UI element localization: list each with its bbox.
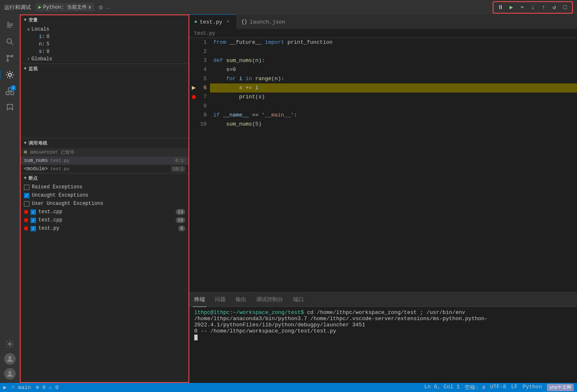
activity-icon-explorer[interactable] — [2, 18, 17, 33]
line-num-3: 3 — [193, 56, 207, 65]
terminal-content[interactable]: lthpc@lthpc:~/workspace_zong/test$ cd /h… — [189, 307, 577, 383]
status-bar: ▶ ⑂ main ⊗ 0 ⚠ 0 Ln 6, Col 1 空格: 4 UTF-8… — [0, 383, 577, 392]
activity-icon-search[interactable] — [2, 34, 17, 49]
svg-rect-0 — [7, 22, 10, 23]
callstack-frame-1-file: test.py — [50, 166, 69, 171]
line-num-7: 7 — [193, 93, 207, 102]
code-line-2 — [210, 47, 577, 56]
line-num-2: 2 — [193, 47, 207, 56]
chevron-down-icon: ∨ — [88, 4, 91, 10]
bp-label-user-uncaught: User Uncaught Exceptions — [32, 201, 185, 207]
bp-checkbox-testcpp2[interactable]: ✓ — [31, 218, 36, 223]
variables-chevron: ▼ — [24, 18, 27, 22]
variables-section-header[interactable]: ▼ 变量 — [21, 15, 188, 25]
code-line-3: def sum_nums(n): — [210, 56, 577, 65]
step-out-button[interactable]: ↑ — [539, 3, 548, 12]
locals-header[interactable]: ∨ Locals — [24, 26, 188, 33]
callstack-section: ▼ 调用堆栈 ⊠ BREAKPOINT 已暂停 sum_nums test.py… — [21, 138, 188, 173]
line-num-8: 8 — [193, 102, 207, 111]
svg-point-7 — [12, 55, 13, 57]
panel-tab-problems[interactable]: 问题 — [213, 292, 227, 307]
user-avatar[interactable] — [4, 353, 16, 365]
bp-item-user-uncaught: User Uncaught Exceptions — [21, 200, 188, 208]
callstack-title: 调用堆栈 — [29, 140, 48, 146]
svg-rect-1 — [7, 24, 13, 24]
globals-header[interactable]: › Globals — [24, 55, 188, 63]
callstack-section-header[interactable]: ▼ 调用堆栈 — [21, 138, 188, 148]
title-bar: 运行和调试 ▶ Python: 当前文件 ∨ ⚙ … ⏸ ▶ ↷ ↓ ↑ ↺ □ — [0, 0, 577, 14]
panel-tab-ports[interactable]: 端口 — [291, 292, 305, 307]
bp-checkbox-testcpp1[interactable]: ✓ — [31, 209, 36, 215]
svg-point-9 — [8, 73, 11, 76]
watch-section-header[interactable]: ▼ 监视 — [21, 64, 188, 74]
bp-checkbox-raised[interactable] — [24, 185, 29, 190]
panel-tabs: 终端 问题 输出 调试控制台 端口 — [189, 292, 577, 307]
callstack-frame-1-left: <module> test.py — [24, 166, 69, 172]
callstack-frame-0-file: test.py — [50, 158, 69, 163]
panel-tab-output[interactable]: 输出 — [234, 292, 248, 307]
status-branch: ⑂ main — [12, 385, 31, 391]
breakpoints-section-header[interactable]: ▼ 断点 — [21, 173, 188, 183]
callstack-frame-0-location: 6:1 — [174, 158, 185, 164]
bp-dot-testcpp1 — [24, 210, 28, 214]
panel: 终端 问题 输出 调试控制台 端口 lthpc@lthpc:~/workspac… — [189, 292, 577, 383]
watch-title: 监视 — [29, 66, 38, 72]
var-item-i: i: 0 — [24, 33, 188, 40]
activity-icon-source-control[interactable] — [2, 51, 17, 66]
step-over-button[interactable]: ↷ — [517, 3, 527, 12]
panel-tab-debug-console[interactable]: 调试控制台 — [255, 292, 285, 307]
var-name-s: s: — [39, 49, 45, 55]
code-content: 1 2 3 4 5 ▶ 6 7 8 9 10 — [189, 38, 577, 292]
bp-item-uncaught: ✓ Uncaught Exceptions — [21, 191, 188, 200]
step-into-button[interactable]: ↓ — [528, 3, 537, 12]
php-badge: php中文网 — [547, 384, 574, 391]
breakpoints-title: 断点 — [29, 175, 38, 181]
terminal-cmd-2: 0 -- /home/lthpc/workspace_zong/test/tes… — [194, 328, 336, 334]
tab-testpy[interactable]: ● test.py × — [189, 14, 236, 29]
settings-icon[interactable]: ⚙ — [99, 3, 103, 12]
activity-icon-debug[interactable] — [2, 67, 17, 82]
tab-bar: ● test.py × {} launch.json — [189, 14, 577, 29]
code-line-1: from __future__ import print_function — [210, 38, 577, 47]
more-icon[interactable]: … — [107, 4, 110, 10]
locals-group: ∨ Locals i: 0 n: 5 s: 0 — [21, 26, 188, 55]
tab-close-testpy[interactable]: × — [225, 19, 231, 25]
variables-section: ▼ 变量 ∨ Locals i: 0 n: 5 — [21, 15, 188, 64]
restart-button[interactable]: ↺ — [550, 3, 559, 12]
continue-button[interactable]: ▶ — [507, 3, 516, 12]
bp-checkbox-user-uncaught[interactable] — [24, 201, 29, 207]
svg-rect-3 — [7, 27, 12, 28]
activity-bar-bottom — [2, 337, 17, 380]
panel-tab-terminal[interactable]: 终端 — [193, 292, 207, 307]
play-icon: ▶ — [38, 4, 41, 10]
variables-title: 变量 — [29, 17, 38, 23]
activity-icon-settings[interactable] — [2, 337, 17, 352]
callstack-status-row: ⊠ BREAKPOINT 已暂停 — [21, 148, 188, 157]
bp-label-raised: Raised Exceptions — [32, 184, 185, 190]
line-num-10: 10 — [193, 120, 207, 129]
globals-group: › Globals — [21, 55, 188, 63]
code-line-5: for i in range(n): — [210, 74, 577, 83]
activity-icon-test[interactable] — [2, 100, 17, 115]
tab-launchjson[interactable]: {} launch.json — [236, 14, 290, 29]
line-num-1: 1 — [193, 38, 207, 47]
debug-config[interactable]: ▶ Python: 当前文件 ∨ — [35, 3, 95, 12]
svg-point-16 — [9, 371, 12, 374]
activity-icon-extensions[interactable]: 1 — [2, 84, 17, 99]
code-lines[interactable]: from __future__ import print_function de… — [210, 38, 577, 292]
main-layout: 1 ▼ 变量 — [0, 14, 577, 383]
callstack-frame-1[interactable]: <module> test.py 10:1 — [21, 165, 188, 173]
bp-dot-testpy — [24, 226, 28, 230]
file-path-bar: test.py — [189, 29, 577, 38]
status-encoding: UTF-8 — [490, 384, 506, 391]
bp-label-testcpp1: test.cpp — [38, 209, 173, 215]
pause-button[interactable]: ⏸ — [496, 3, 505, 12]
user-avatar2[interactable] — [4, 368, 16, 380]
callstack-frame-1-name: <module> — [24, 166, 48, 172]
bp-checkbox-uncaught[interactable]: ✓ — [24, 193, 29, 198]
stop-button[interactable]: □ — [560, 3, 570, 12]
breakpoints-section: ▼ 断点 Raised Exceptions ✓ Uncaught Except… — [21, 173, 188, 382]
callstack-frame-0[interactable]: sum_nums test.py 6:1 — [21, 157, 188, 165]
bp-checkbox-testpy[interactable]: ✓ — [31, 226, 36, 231]
bp-item-testpy: ✓ test.py 6 — [21, 224, 188, 233]
